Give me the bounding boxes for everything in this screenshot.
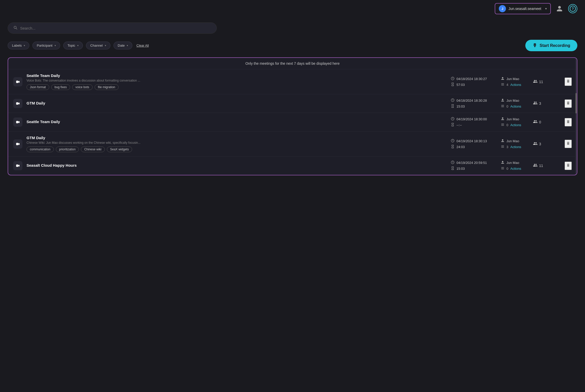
meeting-datetime: 04/19/2024 20:59:51 [456,161,487,165]
meeting-tags: Json formatbug fixesvoice botsfile migra… [27,84,447,90]
actions-row: 0 Actions [501,123,529,127]
list-icon [501,123,504,127]
duration-row: --:-- [451,123,497,127]
topic-filter-button[interactable]: Topic ▾ [63,42,83,49]
participant-col: Jun Mao 0 Actions [501,98,529,109]
meeting-info: GTM Daily Chinese Wiki: Jun Mao discusse… [27,136,447,152]
start-recording-button[interactable]: 🎙 Start Recording [525,40,577,51]
attendee-col: 3 [533,101,558,106]
actions-row: 3 Actions [501,145,529,149]
meeting-meta-col: 04/19/2024 20:59:51 15:03 [451,161,497,171]
list-icon [501,145,504,149]
participant-name: Jun Mao [506,117,519,121]
meeting-tag: bug fixes [51,84,70,90]
header: J Jun.seasalt.seameet ▾ ? [0,0,585,17]
meeting-tag: prioritization [56,147,79,152]
actions-link[interactable]: Actions [510,123,521,127]
meeting-meta-col: 04/18/2024 18:30:27 57:03 [451,77,497,87]
meeting-title: GTM Daily [27,136,447,140]
meeting-info: GTM Daily [27,101,447,106]
duration-row: 15:03 [451,104,497,109]
actions-row: 0 Actions [501,166,529,171]
delete-button[interactable] [565,162,572,170]
workspace-avatar: J [499,5,506,12]
meeting-tag: Chinese wiki [81,147,105,152]
hourglass-icon [451,166,454,171]
participant-filter-button[interactable]: Participant ▾ [32,42,60,49]
attendee-col: 0 [533,119,558,125]
clear-all-button[interactable]: Clear All [136,44,149,47]
workspace-name: Jun.seasalt.seameet [508,7,543,11]
meeting-datetime: 04/19/2024 18:30:00 [456,117,487,121]
meeting-datetime: 04/19/2024 18:30:13 [456,139,487,143]
attendee-count: 11 [539,164,543,168]
scrollbar-thumb[interactable] [575,93,577,113]
search-container [8,22,577,34]
participant-row: Jun Mao [501,77,529,81]
meeting-tag: Json format [27,84,49,90]
clock-icon [451,77,454,81]
item-count: 0 [506,167,508,171]
search-input[interactable] [20,26,211,30]
labels-filter-button[interactable]: Labels ▾ [8,42,29,49]
duration-row: 15:03 [451,166,497,171]
meeting-tag: file migration [95,84,119,90]
clock-icon [451,139,454,143]
delete-button[interactable] [565,140,572,148]
participant-name: Jun Mao [506,139,519,143]
meeting-meta-col: 04/19/2024 18:30:00 --:-- [451,117,497,127]
delete-button[interactable] [565,99,572,108]
delete-button[interactable] [565,77,572,86]
list-icon [501,83,504,87]
meeting-datetime: 04/18/2024 18:30:27 [456,77,487,81]
meeting-title: Seattle Team Daily [27,73,447,78]
person-icon [501,161,504,165]
date-filter-button[interactable]: Date ▾ [113,42,132,49]
datetime-row: 04/18/2024 18:30:28 [451,98,497,103]
participant-row: Jun Mao [501,98,529,103]
participant-col: Jun Mao 0 Actions [501,117,529,127]
actions-link[interactable]: Actions [510,167,521,171]
item-count: 4 [506,83,508,87]
meeting-row: Seattle Team Daily 04/19/2024 18:30:00 [8,113,577,132]
delete-button[interactable] [565,118,572,126]
chevron-down-icon: ▾ [77,44,79,47]
meeting-duration: 57:03 [456,83,465,87]
item-count: 0 [506,104,508,108]
meeting-row: Seasalt Cloud Happy Hours 04/19/2024 20:… [8,156,577,175]
meetings-container: Only the meetings for the next 7 days wi… [8,57,577,175]
search-icon [13,25,18,31]
list-icon [501,166,504,171]
channel-filter-button[interactable]: Channel ▾ [86,42,110,49]
attendee-count-group: 3 [533,141,548,147]
meeting-title: Seattle Team Daily [27,120,447,124]
meeting-tags: communicationprioritizationChinese wikiS… [27,147,447,152]
microphone-icon: 🎙 [532,43,537,48]
participant-name: Jun Mao [506,99,519,102]
meeting-duration: 15:03 [456,167,465,171]
actions-link[interactable]: Actions [510,145,521,149]
participant-row: Jun Mao [501,117,529,121]
scrollbar-track[interactable] [575,58,577,175]
help-button[interactable]: ? [568,4,577,13]
participant-row: Jun Mao [501,139,529,143]
datetime-row: 04/19/2024 18:30:13 [451,139,497,143]
chevron-down-icon: ▾ [105,44,106,47]
attendee-count-group: 3 [533,101,548,106]
hourglass-icon [451,145,454,149]
workspace-selector[interactable]: J Jun.seasalt.seameet ▾ [495,3,551,14]
attendee-col: 3 [533,141,558,147]
attendee-col: 11 [533,79,558,85]
hourglass-icon [451,104,454,109]
actions-link[interactable]: Actions [510,104,521,108]
meeting-datetime: 04/18/2024 18:30:28 [456,99,487,102]
meeting-row: GTM Daily Chinese Wiki: Jun Mao discusse… [8,132,577,156]
user-profile-button[interactable] [555,4,564,13]
attendee-count: 3 [539,101,541,106]
hourglass-icon [451,83,454,87]
actions-link[interactable]: Actions [510,83,521,87]
group-icon [533,163,538,168]
meeting-subtitle: Voice Bots: The conversation involves a … [27,79,154,82]
meeting-subtitle: Chinese Wiki: Jun Mao discusses working … [27,141,154,145]
hourglass-icon [451,123,454,127]
